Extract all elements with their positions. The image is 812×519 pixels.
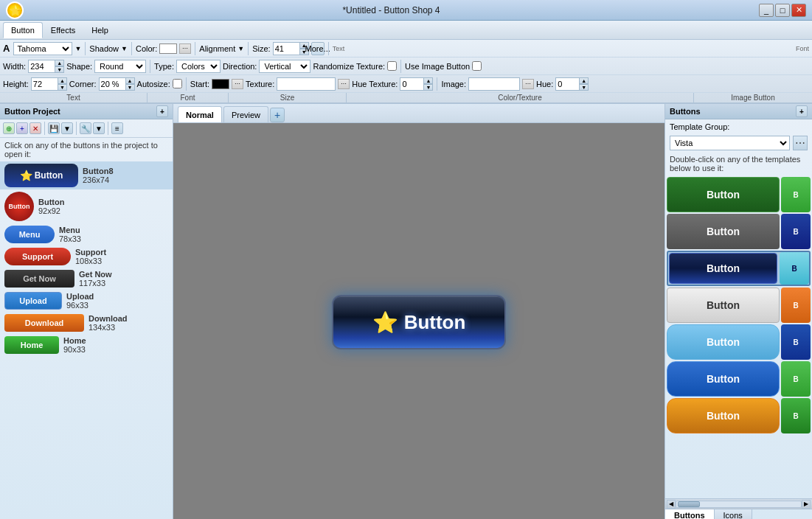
list-item-button8[interactable]: ⭐ Button Button8 236x74 [0,161,173,189]
width-spinbox[interactable]: 234 ▲ ▼ [28,60,64,73]
list-item-support[interactable]: Support Support 108x33 [0,245,173,268]
scroll-right-btn[interactable]: ▶ [802,500,811,509]
height-input[interactable]: 72 [31,77,58,91]
template-row-4: Button B [667,288,811,323]
hue-input[interactable] [555,77,579,91]
more-text-btn[interactable]: More... [311,42,325,55]
menu-tab-help[interactable]: Help [83,22,117,38]
randomize-checkbox[interactable] [387,61,397,71]
list-item-getnow[interactable]: Get Now Get Now 117x33 [0,268,173,290]
start-label: Start: [190,80,209,88]
canvas-tab-preview[interactable]: Preview [223,106,268,122]
color-picker-btn[interactable]: ⋯ [179,43,191,54]
tab-icons[interactable]: Icons [715,509,752,519]
template-group-select[interactable]: Vista [670,136,790,150]
template-btn-green3-right[interactable]: B [781,398,811,433]
list-item-button-circle[interactable]: Button Button 92x92 [0,189,173,223]
template-btn-teal-right[interactable]: B [780,252,809,285]
texture-btn[interactable]: ⋯ [338,79,350,89]
hue-tex-up[interactable]: ▲ [423,77,433,84]
start-color-btn[interactable]: ⋯ [232,79,243,89]
hue-down[interactable]: ▼ [579,84,589,91]
tools-dropdown[interactable]: ▼ [93,122,105,134]
height-up-btn[interactable]: ▲ [58,77,67,84]
template-btn-light-gray[interactable]: Button [667,288,780,323]
font-dropdown-icon: ▼ [74,45,81,52]
width-input[interactable]: 234 [28,60,55,73]
height-spinbox[interactable]: 72 ▲ ▼ [31,77,67,91]
template-btn-dark-blue2-right[interactable]: B [781,324,811,360]
template-btn-green-dark[interactable]: Button [667,177,780,212]
texture-input[interactable] [277,77,336,91]
new-btn[interactable]: ⊕ [3,122,15,134]
scroll-left-btn[interactable]: ◀ [667,500,676,509]
menu-tab-button[interactable]: Button [3,22,43,38]
image-btn[interactable]: ⋯ [522,79,534,89]
titlebar: ⭐ *Untitled - Button Shop 4 _ □ ✕ [0,0,812,21]
type-select[interactable]: Colors [176,60,221,73]
template-btn-gold-orange[interactable]: Button [667,398,780,433]
window-controls[interactable]: _ □ ✕ [759,4,806,17]
delete-btn[interactable]: ✕ [30,122,41,134]
add-btn[interactable]: + [16,122,28,134]
template-btn-dark-blue-right[interactable]: B [781,214,811,249]
font-select[interactable]: Tahoma [13,42,72,55]
image-input[interactable] [468,77,520,91]
template-btn-green2-right[interactable]: B [781,361,811,397]
template-btn-green-right[interactable]: B [781,177,811,212]
hue-texture-input[interactable] [400,77,423,91]
list-btn[interactable]: ≡ [111,122,123,134]
btn-preview-home: Home [4,336,59,354]
template-btn-orange-right[interactable]: B [781,288,811,323]
menu-tab-effects[interactable]: Effects [43,22,83,38]
texture-label: Texture: [246,80,274,88]
templates-scrollbar[interactable]: ◀ ▶ [665,498,812,509]
hue-tex-down[interactable]: ▼ [423,84,433,91]
size-spinbox[interactable]: 41 ▲ ▼ [273,42,309,55]
width-up-btn[interactable]: ▲ [55,60,64,66]
minimize-button[interactable]: _ [759,4,774,17]
list-item-menu[interactable]: Menu Menu 78x33 [0,223,173,245]
template-btn-medium-blue[interactable]: Button [667,361,780,397]
template-btn-light-blue[interactable]: Button [667,324,780,360]
direction-select[interactable]: Vertical [259,60,310,73]
corner-input[interactable] [99,77,125,91]
template-row-3: Button B [667,251,811,286]
left-panel-icons[interactable]: + [156,105,168,117]
shape-label: Shape: [66,62,92,71]
save-dropdown[interactable]: ▼ [61,122,73,134]
template-menu-btn[interactable]: ⋯ [793,136,808,150]
close-button[interactable]: ✕ [791,4,806,17]
main-button-preview[interactable]: ⭐ Button [332,295,506,349]
save-btn[interactable]: 💾 [48,122,60,134]
add-icon[interactable]: + [156,105,168,117]
shape-select[interactable]: Round [94,60,146,73]
hue-up[interactable]: ▲ [579,77,589,84]
corner-spinbox[interactable]: ▲ ▼ [99,77,135,91]
btn-info-getnow: Get Now 117x33 [79,270,112,288]
corner-down-btn[interactable]: ▼ [125,84,135,91]
list-item-upload[interactable]: Upload Upload 96x33 [0,290,173,312]
start-color[interactable] [212,79,229,89]
autosize-checkbox[interactable] [173,79,182,88]
scroll-thumb[interactable] [678,501,700,507]
width-label: Width: [3,62,26,71]
color-swatch[interactable] [159,43,177,54]
use-image-checkbox[interactable] [472,61,482,71]
right-panel-pin[interactable]: + [796,105,808,117]
maximize-button[interactable]: □ [775,4,790,17]
canvas-tab-normal[interactable]: Normal [178,106,222,122]
list-item-home[interactable]: Home Home 90x33 [0,334,173,356]
canvas-add-tab-btn[interactable]: + [270,108,285,122]
corner-up-btn[interactable]: ▲ [125,77,135,84]
size-input[interactable]: 41 [273,42,299,55]
template-btn-dark-gray[interactable]: Button [667,214,780,249]
width-down-btn[interactable]: ▼ [55,66,64,73]
template-row-1: Button B [667,177,811,212]
height-down-btn[interactable]: ▼ [58,84,67,91]
list-item-download[interactable]: Download Download 134x33 [0,312,173,334]
template-group-section: Template Group: [665,119,812,133]
tab-buttons[interactable]: Buttons [665,509,715,519]
tools-btn[interactable]: 🔧 [80,122,91,134]
template-btn-blue-selected[interactable]: Button [669,253,777,284]
